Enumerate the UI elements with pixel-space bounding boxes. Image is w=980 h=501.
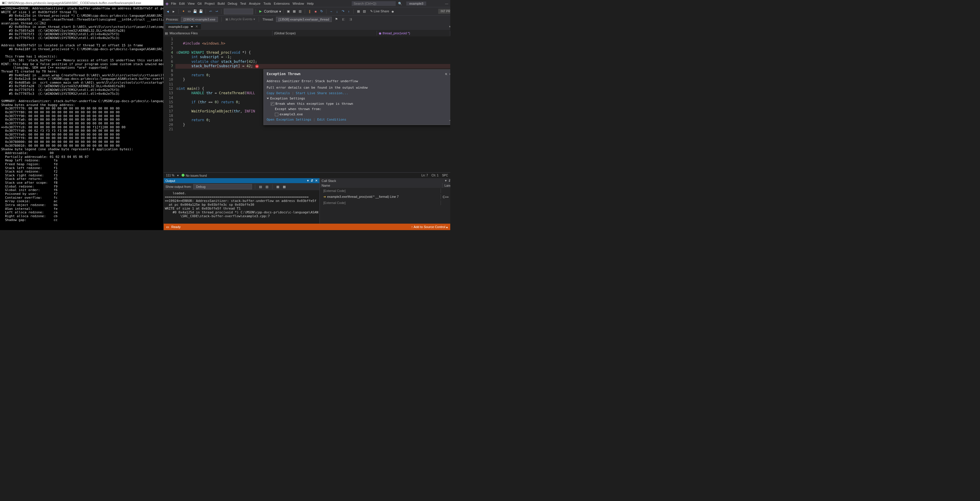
scope-project[interactable]: Miscellaneous Files [168, 31, 272, 35]
continue-button[interactable]: Continue [264, 10, 278, 13]
menu-project[interactable]: Project [204, 2, 215, 5]
scope-function[interactable]: ◉ thread_proc(void *) [377, 31, 450, 36]
callstack-pin-icon[interactable]: ⇵ [449, 179, 450, 183]
tab-example3[interactable]: example3.cpp ⏷ ✕ [165, 24, 201, 29]
menu-build[interactable]: Build [218, 2, 225, 5]
menu-file[interactable]: File [171, 2, 176, 5]
feedback-icon[interactable]: ☻ [390, 9, 395, 14]
zoom-level[interactable]: 111 % [166, 174, 174, 177]
output-panel: Output ▾ ⇵ ✕ Show output from: Debug ▤ ▥ [164, 178, 320, 223]
line-gutter: 123456789101112131415161718192021 [164, 37, 175, 172]
thread-dropdown[interactable]: [13508] example3.exe!asan_thread [276, 17, 332, 22]
output-pin-icon[interactable]: ⇵ [311, 179, 313, 183]
menu-analyze[interactable]: Analyze [249, 2, 261, 5]
goto-icon[interactable]: ▥ [264, 184, 269, 189]
open-file-icon[interactable]: ▭ [187, 9, 191, 14]
restart-icon[interactable]: ↻ [319, 9, 324, 14]
callstack-col-name[interactable]: Name [320, 183, 442, 188]
breakpoints-icon[interactable]: ▦ [356, 9, 361, 14]
console-output[interactable]: ==19924==ERROR: AddressSanitizer: stack-… [0, 6, 163, 223]
toggle-wrap-icon[interactable]: ▩ [282, 184, 286, 189]
callstack-row[interactable]: [External Code] [320, 200, 450, 206]
menu-extensions[interactable]: Extensions [274, 2, 290, 5]
process-dropdown[interactable]: [19924] example3.exe [181, 17, 218, 22]
start-liveshare-link[interactable]: Start Live Share session... [296, 91, 348, 95]
menu-help[interactable]: Help [307, 2, 314, 5]
search-input[interactable]: Search (Ctrl+Q) [352, 1, 396, 6]
callstack-dropdown-icon[interactable]: ▾ [445, 179, 447, 183]
menu-view[interactable]: View [188, 2, 195, 5]
diag-icon[interactable]: ▧ [362, 9, 367, 14]
callstack-row[interactable]: [External Code] [320, 188, 450, 194]
save-icon[interactable]: 💾 [193, 9, 197, 14]
copy-details-link[interactable]: Copy Details [267, 91, 290, 95]
view-processes-icon[interactable]: ▣ [286, 9, 291, 14]
resize-grip-icon[interactable]: ◢ [449, 118, 450, 122]
pin-popup-icon[interactable]: ⇱ [445, 72, 447, 76]
callstack-panel: Call Stack ▾ ⇵ ✕ Name Lang [External Cod… [320, 178, 450, 223]
modules-icon[interactable]: ▥ [298, 9, 302, 14]
pause-icon[interactable]: ‖ [307, 9, 312, 14]
step-over-icon[interactable]: ↷ [340, 9, 345, 14]
module-checkbox[interactable] [275, 113, 278, 116]
exception-popup: Exception Thrown ⇱ ✕ Address Sanitizer E… [263, 69, 450, 125]
break-checkbox[interactable] [271, 102, 274, 106]
console-title-bar[interactable]: ▣ C:\MSDN\cpp-docs-pr\docs\c-language\AS… [0, 0, 163, 6]
output-title[interactable]: Output ▾ ⇵ ✕ [164, 178, 320, 183]
exception-message: Address Sanitizer Error: Stack buffer un… [267, 78, 450, 85]
thread-flag-icon[interactable]: ⚑ [334, 17, 339, 22]
callstack-col-lang[interactable]: Lang [442, 183, 450, 188]
console-title-text: C:\MSDN\cpp-docs-pr\docs\c-language\ASAN… [5, 1, 141, 5]
save-all-icon[interactable]: 💾 [199, 9, 203, 14]
output-dropdown-icon[interactable]: ▾ [307, 179, 309, 183]
menu-window[interactable]: Window [293, 2, 304, 5]
clear-output-icon[interactable]: ▦ [275, 184, 280, 189]
close-tab-icon[interactable]: ✕ [196, 25, 198, 29]
error-glyph-icon[interactable]: ✕ [255, 65, 259, 68]
main-toolbar: ◄ ► ✦ ▭ 💾 💾 ⤺ ⤻ ▶ Continue ▾ ▣ ▦ ▥ ‖ ■ ↻… [164, 7, 450, 15]
search-icon[interactable]: 🔍 [398, 2, 402, 6]
expand-icon[interactable] [267, 98, 269, 99]
redo-icon[interactable]: ⤻ [214, 9, 219, 14]
project-name[interactable]: example3 [406, 2, 426, 6]
menu-debug[interactable]: Debug [228, 2, 237, 5]
scope-global[interactable]: (Global Scope) [272, 31, 377, 35]
edit-conditions-link[interactable]: Edit Conditions [317, 118, 346, 121]
scroll-tabs-icon[interactable]: ▾ [449, 25, 450, 29]
minimize-button[interactable]: ― [445, 2, 448, 6]
continue-icon[interactable]: ▶ [258, 9, 263, 14]
nav-fwd-icon[interactable]: ► [171, 9, 176, 14]
undo-icon[interactable]: ⤺ [208, 9, 213, 14]
callstack-title[interactable]: Call Stack ▾ ⇵ ✕ [320, 178, 450, 183]
open-exception-settings-link[interactable]: Open Exception Settings [267, 118, 311, 121]
config-dropdown[interactable] [224, 8, 253, 14]
live-share-button[interactable]: ✎ Live Share [370, 10, 389, 13]
lifecycle-events-button[interactable]: ▣ Lifecycle Events ▾ [225, 17, 255, 21]
editor-status-bar: 111 %▾ No issues found Ln: 7 Ch: 1 SPC L… [164, 172, 450, 178]
find-icon[interactable]: ▤ [258, 184, 263, 189]
output-close-icon[interactable]: ✕ [315, 179, 318, 183]
stack-frame-icon[interactable]: ◧ [341, 17, 346, 22]
menu-edit[interactable]: Edit [179, 2, 185, 5]
console-icon: ▣ [2, 1, 5, 5]
pin-icon[interactable]: ⏷ [190, 25, 194, 29]
threads-icon[interactable]: ▦ [292, 9, 297, 14]
step-into-icon[interactable]: ↓ [335, 9, 339, 14]
code-editor[interactable]: 123456789101112131415161718192021 #inclu… [164, 37, 450, 172]
output-source-dropdown[interactable]: Debug [193, 184, 252, 189]
step-out-icon[interactable]: ↑ [347, 9, 351, 14]
visual-studio-window: ◈ FileEditViewGitProjectBuildDebugTestAn… [164, 0, 450, 230]
callstack-row[interactable]: ➔example3.exe!thread_proc(void * __forma… [320, 194, 450, 200]
tab-label: example3.cpp [169, 25, 189, 29]
menu-test[interactable]: Test [240, 2, 246, 5]
stop-icon[interactable]: ■ [313, 9, 318, 14]
output-body[interactable]: loaded. ================================… [164, 190, 320, 223]
nav-back-icon[interactable]: ◄ [165, 9, 170, 14]
menu-tools[interactable]: Tools [263, 2, 271, 5]
menu-git[interactable]: Git [197, 2, 202, 5]
stack-frame2-icon[interactable]: ◨ [348, 17, 353, 22]
close-popup-icon[interactable]: ✕ [449, 72, 450, 76]
new-file-icon[interactable]: ✦ [181, 9, 186, 14]
add-to-source-control[interactable]: ↑ Add to Source Control ▴ [411, 225, 448, 229]
show-next-icon[interactable]: → [329, 9, 334, 14]
